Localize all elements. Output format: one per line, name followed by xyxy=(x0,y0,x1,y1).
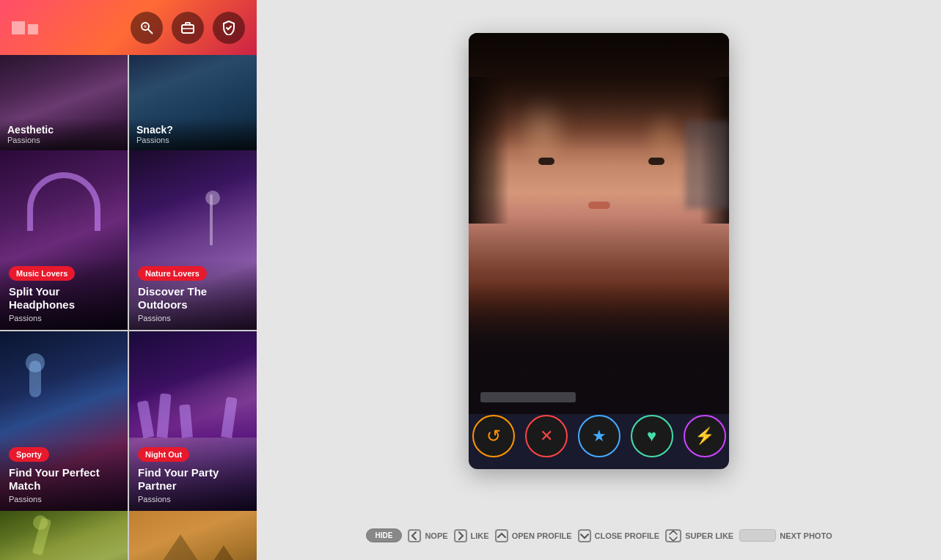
svg-line-1 xyxy=(148,29,153,34)
nature-subtitle: Passions xyxy=(138,314,248,323)
undo-button[interactable]: ↺ xyxy=(472,415,515,457)
shield-icon xyxy=(222,21,235,35)
search-button[interactable] xyxy=(131,12,163,44)
like-shortcut: LIKE xyxy=(454,529,489,542)
nature-title: Discover The Outdoors xyxy=(138,285,248,312)
profile-action-buttons: ↺ ✕ ★ ♥ ⚡ xyxy=(472,415,726,457)
aesthetic-subtitle: Passions xyxy=(7,136,120,144)
logo-block-1 xyxy=(12,21,25,34)
open-profile-label: OPEN PROFILE xyxy=(512,531,572,540)
nightout-title: Find Your Party Partner xyxy=(138,466,248,493)
wanderlust-card[interactable]: Wanderlust xyxy=(129,511,257,560)
sporty-title: Find Your Perfect Match xyxy=(9,466,119,493)
nope-shortcut-label: NOPE xyxy=(425,531,447,540)
svg-point-2 xyxy=(144,25,147,28)
middle-cards-grid: Music Lovers Split Your Headphones Passi… xyxy=(0,150,257,511)
open-profile-arrow-icon xyxy=(495,529,508,542)
thrill-seekers-card[interactable]: Thrill Seekers xyxy=(0,511,128,560)
super-like-shortcut: SUPER LIKE xyxy=(665,529,733,542)
aesthetic-card[interactable]: Aesthetic Passions xyxy=(0,55,128,150)
music-subtitle: Passions xyxy=(9,314,119,323)
snack-title: Snack? xyxy=(136,124,249,136)
shield-button[interactable] xyxy=(213,12,245,44)
snack-card[interactable]: Snack? Passions xyxy=(129,55,257,150)
undo-icon: ↺ xyxy=(486,426,501,446)
like-icon: ★ xyxy=(592,427,607,446)
night-out-card[interactable]: Night Out Find Your Party Partner Passio… xyxy=(129,331,257,511)
next-photo-label: NEXT PHOTO xyxy=(780,531,832,540)
nightout-subtitle: Passions xyxy=(138,495,248,504)
like-arrow-icon xyxy=(454,529,467,542)
aesthetic-title: Aesthetic xyxy=(7,124,120,136)
nature-badge: Nature Lovers xyxy=(138,266,207,281)
super-like-icon: ♥ xyxy=(647,427,656,446)
main-content: ↺ ✕ ★ ♥ ⚡ HIDE NOPE xyxy=(257,0,941,560)
shortcuts-bar: HIDE NOPE LIKE OPEN PROFILE CLOSE PROFIL xyxy=(365,528,832,542)
music-card-content: Music Lovers Split Your Headphones Passi… xyxy=(0,259,128,330)
down-arrow-icon xyxy=(579,531,590,541)
hide-shortcut: HIDE xyxy=(365,528,402,542)
sidebar: Aesthetic Passions Snack? Passions Music… xyxy=(0,0,257,560)
music-lovers-card[interactable]: Music Lovers Split Your Headphones Passi… xyxy=(0,150,128,330)
like-button[interactable]: ★ xyxy=(578,415,620,457)
close-profile-arrow-icon xyxy=(578,529,591,542)
next-photo-key[interactable] xyxy=(739,529,776,542)
nope-button[interactable]: ✕ xyxy=(525,415,568,457)
up-arrow-icon xyxy=(497,531,507,541)
right-arrow-icon xyxy=(455,531,466,541)
boost-button[interactable]: ⚡ xyxy=(684,415,726,457)
like-shortcut-label: LIKE xyxy=(471,531,489,540)
aesthetic-card-content: Aesthetic Passions xyxy=(0,118,128,150)
boost-icon: ⚡ xyxy=(695,427,714,446)
top-cards-row: Aesthetic Passions Snack? Passions xyxy=(0,55,257,150)
music-badge: Music Lovers xyxy=(9,266,75,281)
profile-card: ↺ ✕ ★ ♥ ⚡ xyxy=(469,33,729,469)
app-logo xyxy=(12,13,56,43)
nope-icon: ✕ xyxy=(540,427,553,446)
nature-lovers-card[interactable]: Nature Lovers Discover The Outdoors Pass… xyxy=(129,150,257,330)
nightout-card-content: Night Out Find Your Party Partner Passio… xyxy=(129,440,257,511)
sporty-badge: Sporty xyxy=(9,447,49,462)
nightout-badge: Night Out xyxy=(138,447,189,462)
super-like-button[interactable]: ♥ xyxy=(631,415,673,457)
snack-card-content: Snack? Passions xyxy=(129,118,257,150)
open-profile-shortcut: OPEN PROFILE xyxy=(495,529,572,542)
briefcase-button[interactable] xyxy=(172,12,204,44)
nature-card-content: Nature Lovers Discover The Outdoors Pass… xyxy=(129,259,257,330)
nope-arrow-icon xyxy=(408,529,421,542)
logo-block-2 xyxy=(28,24,38,34)
nope-shortcut: NOPE xyxy=(408,529,447,542)
sporty-card-content: Sporty Find Your Perfect Match Passions xyxy=(0,440,128,511)
close-profile-label: CLOSE PROFILE xyxy=(595,531,660,540)
snack-subtitle: Passions xyxy=(136,136,249,144)
super-like-shortcut-label: SUPER LIKE xyxy=(685,531,733,540)
close-profile-shortcut: CLOSE PROFILE xyxy=(578,529,660,542)
music-title: Split Your Headphones xyxy=(9,285,119,312)
sidebar-header xyxy=(0,0,257,55)
left-arrow-icon xyxy=(409,531,420,541)
next-photo-shortcut: NEXT PHOTO xyxy=(739,529,832,542)
bottom-cards-row: Thrill Seekers Wanderlust xyxy=(0,511,257,560)
search-icon xyxy=(139,21,154,35)
up-down-arrows-icon xyxy=(667,531,680,541)
profile-photo-area xyxy=(469,33,729,414)
super-like-arrows-icon xyxy=(665,529,681,542)
sporty-card[interactable]: Sporty Find Your Perfect Match Passions xyxy=(0,331,128,511)
sporty-subtitle: Passions xyxy=(9,495,119,504)
hide-key[interactable]: HIDE xyxy=(365,528,402,542)
briefcase-icon xyxy=(180,21,195,34)
